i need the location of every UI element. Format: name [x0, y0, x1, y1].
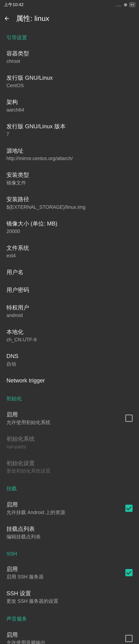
pref-summary: 允许使用音频输出 — [6, 639, 120, 644]
pref-title: 挂载点列表 — [6, 525, 132, 532]
section-boot: 引导设置 — [0, 28, 139, 45]
pref-summary: 允许使用初始化系统 — [6, 419, 120, 426]
pref-title: 容器类型 — [6, 50, 132, 57]
pref-title: DNS — [6, 352, 132, 360]
pref-mount-enable[interactable]: 启用允许挂载 Android 上的资源 — [0, 496, 139, 520]
pref-privileged-user[interactable]: 特权用户android — [0, 299, 139, 324]
pref-summary: ext4 — [6, 252, 132, 259]
pref-init-settings: 初始化设置更改初始化系统设置 — [0, 455, 139, 479]
pref-title: 启用 — [6, 565, 120, 573]
pref-title: 源地址 — [6, 147, 132, 154]
checkbox[interactable] — [125, 569, 132, 576]
pref-password[interactable]: 用户密码 — [0, 282, 139, 299]
pref-summary: 20000 — [6, 228, 132, 235]
pref-summary: 更改 SSH 服务器的设置 — [6, 598, 132, 604]
pref-summary: run-parts — [6, 444, 132, 450]
pref-title: 安装类型 — [6, 171, 132, 179]
signal-icon: .... — [116, 2, 122, 7]
pref-distro-version[interactable]: 发行版 GNU/Linux 版本7 — [0, 118, 139, 142]
pref-summary: 更改初始化系统设置 — [6, 468, 132, 474]
pref-title: 启用 — [6, 410, 120, 418]
battery-indicator: 84 — [129, 2, 135, 7]
pref-summary: 自动 — [6, 361, 132, 367]
pref-summary: aarch64 — [6, 107, 132, 113]
pref-summary: http://mirror.centos.org/altarch/ — [6, 155, 132, 162]
pref-arch[interactable]: 架构aarch64 — [0, 94, 139, 118]
pref-title: 安装路径 — [6, 196, 132, 203]
checkbox[interactable] — [125, 635, 132, 642]
checkbox[interactable] — [125, 414, 132, 422]
section-ssh: SSH — [0, 545, 139, 560]
pref-mount-points[interactable]: 挂载点列表编辑挂载点列表 — [0, 520, 139, 545]
back-button[interactable] — [2, 14, 11, 23]
pref-init-enable[interactable]: 启用允许使用初始化系统 — [0, 406, 139, 430]
pref-title: 启用 — [6, 631, 120, 638]
pref-title: Network trigger — [6, 376, 132, 384]
pref-distro[interactable]: 发行版 GNU/LinuxCentOS — [0, 69, 139, 94]
pref-install-path[interactable]: 安装路径${EXTERNAL_STORAGE}/linux.img — [0, 191, 139, 215]
pref-summary: zh_CN.UTF-8 — [6, 336, 132, 343]
arrow-left-icon — [4, 16, 10, 22]
pref-container-type[interactable]: 容器类型chroot — [0, 45, 139, 69]
pref-title: 镜像大小 (单位: MB) — [6, 220, 132, 227]
pref-summary: CentOS — [6, 82, 132, 89]
status-right: .... ⊗ 84 — [116, 2, 135, 7]
section-audio: 声音服务 — [0, 609, 139, 626]
pref-ssh-settings[interactable]: SSH 设置更改 SSH 服务器的设置 — [0, 585, 139, 609]
status-bar: 上午10:42 .... ⊗ 84 — [0, 0, 139, 9]
pref-ssh-enable[interactable]: 启用启用 SSH 服务器 — [0, 560, 139, 585]
pref-summary: android — [6, 312, 132, 319]
pref-summary: chroot — [6, 58, 132, 64]
pref-title: 特权用户 — [6, 304, 132, 311]
pref-title: SSH 设置 — [6, 590, 132, 597]
pref-summary: 7 — [6, 131, 132, 138]
pref-title: 初始化设置 — [6, 459, 132, 467]
page-title: 属性: linux — [16, 14, 49, 24]
pref-title: 启用 — [6, 501, 120, 508]
pref-summary: 启用 SSH 服务器 — [6, 574, 120, 580]
pref-title: 用户密码 — [6, 286, 132, 294]
checkbox[interactable] — [125, 505, 132, 512]
pref-dns[interactable]: DNS自动 — [0, 348, 139, 372]
pref-title: 用户名 — [6, 268, 132, 276]
pref-image-size[interactable]: 镜像大小 (单位: MB)20000 — [0, 215, 139, 240]
pref-summary: 镜像文件 — [6, 180, 132, 186]
section-mount: 挂载 — [0, 479, 139, 496]
status-time: 上午10:42 — [4, 2, 24, 8]
pref-title: 发行版 GNU/Linux 版本 — [6, 122, 132, 130]
pref-username[interactable]: 用户名 — [0, 264, 139, 281]
pref-title: 架构 — [6, 98, 132, 106]
pref-filesystem[interactable]: 文件系统ext4 — [0, 240, 139, 264]
pref-summary: ${EXTERNAL_STORAGE}/linux.img — [6, 204, 132, 210]
notification-icon: ⊗ — [124, 2, 127, 7]
section-init: 初始化 — [0, 389, 139, 406]
pref-title: 本地化 — [6, 328, 132, 336]
pref-summary: 编辑挂载点列表 — [6, 534, 132, 540]
app-bar: 属性: linux — [0, 9, 139, 28]
pref-title: 初始化系统 — [6, 435, 132, 442]
pref-network-trigger[interactable]: Network trigger — [0, 372, 139, 389]
pref-init-system: 初始化系统run-parts — [0, 430, 139, 455]
pref-title: 文件系统 — [6, 244, 132, 252]
pref-locale[interactable]: 本地化zh_CN.UTF-8 — [0, 324, 139, 348]
pref-audio-enable[interactable]: 启用允许使用音频输出 — [0, 626, 139, 644]
pref-title: 发行版 GNU/Linux — [6, 74, 132, 82]
pref-summary: 允许挂载 Android 上的资源 — [6, 509, 120, 516]
pref-install-type[interactable]: 安装类型镜像文件 — [0, 166, 139, 191]
pref-source-url[interactable]: 源地址http://mirror.centos.org/altarch/ — [0, 142, 139, 166]
